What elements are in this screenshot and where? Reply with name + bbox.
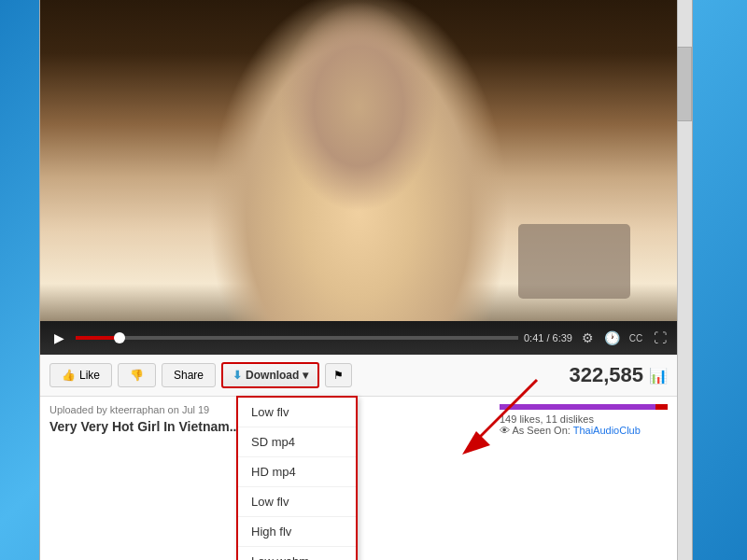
like-button[interactable]: 👍 Like	[49, 363, 112, 387]
flag-button[interactable]: ⚑	[325, 363, 352, 387]
likes-text: 149 likes, 11 dislikes	[500, 413, 668, 425]
download-dropdown: Low flv SD mp4 HD mp4 Low flv High flv L…	[236, 396, 358, 560]
scrollbar-track	[677, 0, 692, 560]
video-player: ▶ 0:41 / 6:39 ⚙ 🕐 CC ⛶	[40, 0, 677, 355]
progress-fill	[76, 336, 120, 340]
progress-bar[interactable]	[76, 336, 518, 340]
captions-icon[interactable]: CC	[627, 329, 645, 347]
download-arrow-icon: ⬇	[233, 369, 242, 382]
view-count: 322,585 📊	[569, 363, 668, 387]
eye-icon: 👁	[500, 425, 510, 436]
dislikes-fill	[655, 404, 668, 410]
time-display: 0:41 / 6:39	[524, 332, 572, 343]
clock-icon[interactable]: 🕐	[602, 329, 621, 347]
video-thumbnail	[40, 0, 677, 355]
fullscreen-icon[interactable]: ⛶	[651, 329, 669, 347]
content-area: ▶ 0:41 / 6:39 ⚙ 🕐 CC ⛶	[40, 0, 677, 560]
scrollbar-thumb[interactable]	[677, 47, 692, 121]
likes-fill	[500, 404, 655, 410]
share-button[interactable]: Share	[162, 363, 216, 387]
dropdown-item-5[interactable]: Low webm	[238, 547, 356, 560]
as-seen-link[interactable]: ThaiAudioClub	[573, 425, 641, 436]
thumbs-up-icon: 👍	[62, 369, 76, 382]
dropdown-item-2[interactable]: HD mp4	[238, 457, 356, 487]
dropdown-item-0[interactable]: Low flv	[238, 398, 356, 427]
as-seen-on: 👁 As Seen On: ThaiAudioClub	[500, 425, 668, 436]
dropdown-item-3[interactable]: Low flv	[238, 487, 356, 517]
car-interior	[518, 224, 630, 299]
settings-icon[interactable]: ⚙	[578, 329, 597, 347]
likes-bar-container	[500, 404, 668, 410]
thumbs-down-icon: 👎	[130, 369, 144, 382]
dropdown-arrow-icon: ▾	[303, 369, 308, 382]
below-video-bar: 👍 Like 👎 Share ⬇ Download ▾ ⚑	[40, 355, 677, 397]
download-button[interactable]: ⬇ Download ▾	[221, 362, 319, 388]
bar-chart-icon: 📊	[649, 367, 668, 385]
progress-thumb	[114, 332, 125, 343]
dropdown-item-1[interactable]: SD mp4	[238, 427, 356, 457]
video-figure	[40, 0, 677, 355]
info-right: 149 likes, 11 dislikes 👁 As Seen On: Tha…	[500, 404, 668, 436]
video-info: Uploaded by kteerraphan on Jul 19 Very V…	[40, 397, 677, 443]
browser-window: ▶ 0:41 / 6:39 ⚙ 🕐 CC ⛶	[39, 0, 693, 560]
play-button[interactable]: ▶	[48, 327, 70, 349]
action-bar: 👍 Like 👎 Share ⬇ Download ▾ ⚑	[49, 362, 668, 388]
dropdown-item-4[interactable]: High flv	[238, 517, 356, 547]
likes-bar	[500, 404, 668, 410]
video-controls: ▶ 0:41 / 6:39 ⚙ 🕐 CC ⛶	[40, 321, 677, 355]
dislike-button[interactable]: 👎	[118, 363, 156, 387]
